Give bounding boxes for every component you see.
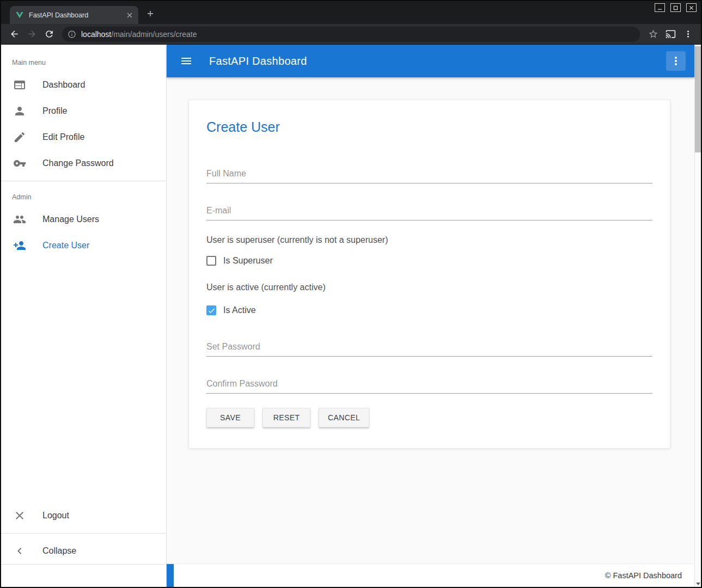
appbar-menu-button[interactable] <box>666 51 686 71</box>
tab-close-icon[interactable] <box>125 11 134 20</box>
page-viewport: Main menu Dashboard Profile Edit Profile <box>1 45 701 587</box>
sidebar-item-change-password[interactable]: Change Password <box>1 150 166 176</box>
vue-favicon-icon <box>15 11 24 20</box>
person-icon <box>13 105 26 118</box>
main-area: FastAPI Dashboard Create User User is su… <box>167 45 694 587</box>
sidebar-item-collapse[interactable]: Collapse <box>1 538 166 564</box>
sidebar-item-label: Collapse <box>42 546 76 556</box>
scrollbar-thumb[interactable] <box>695 46 701 152</box>
url-text: localhost/main/admin/users/create <box>81 30 197 39</box>
sidebar-spacer <box>1 259 166 503</box>
app-bar: FastAPI Dashboard <box>167 45 694 77</box>
browser-window: FastAPI Dashboard <box>0 0 702 588</box>
superuser-hint: User is superuser (currently is not a su… <box>206 235 652 245</box>
full-name-input[interactable] <box>206 164 652 183</box>
cast-icon[interactable] <box>662 26 679 43</box>
sidebar-item-label: Manage Users <box>42 215 99 224</box>
sidebar-item-manage-users[interactable]: Manage Users <box>1 206 166 232</box>
hamburger-menu-button[interactable] <box>175 50 197 72</box>
key-icon <box>13 157 26 170</box>
close-icon <box>13 509 26 522</box>
is-active-checkbox[interactable] <box>206 305 216 315</box>
is-superuser-label: Is Superuser <box>223 256 273 266</box>
save-button[interactable]: SAVE <box>206 408 254 427</box>
tab-title: FastAPI Dashboard <box>29 11 125 19</box>
sidebar-bottom-strip <box>1 564 166 587</box>
sidebar-section-main-menu: Main menu <box>1 45 166 72</box>
sidebar-item-dashboard[interactable]: Dashboard <box>1 72 166 98</box>
person-add-icon <box>13 239 26 252</box>
set-password-input[interactable] <box>206 338 652 357</box>
sidebar-item-label: Logout <box>42 511 69 520</box>
is-active-label: Is Active <box>223 305 256 315</box>
sidebar-item-label: Profile <box>42 106 67 116</box>
scrollbar-arrow-icon[interactable] <box>696 583 700 585</box>
window-close-button[interactable] <box>686 3 697 12</box>
more-vert-icon <box>669 54 682 68</box>
url-host: localhost <box>81 30 111 39</box>
chevron-left-icon <box>13 544 26 558</box>
reload-icon[interactable] <box>40 26 58 43</box>
browser-tab[interactable]: FastAPI Dashboard <box>10 6 138 24</box>
sidebar: Main menu Dashboard Profile Edit Profile <box>1 45 167 587</box>
new-tab-button[interactable] <box>144 7 157 20</box>
site-info-icon[interactable] <box>68 30 76 39</box>
sidebar-item-profile[interactable]: Profile <box>1 98 166 124</box>
appbar-title: FastAPI Dashboard <box>209 55 307 68</box>
back-icon[interactable] <box>5 26 23 43</box>
is-active-row: Is Active <box>206 305 652 315</box>
form-actions: SAVE RESET CANCEL <box>206 408 652 427</box>
address-bar[interactable]: localhost/main/admin/users/create <box>62 27 640 42</box>
window-maximize-button[interactable] <box>670 3 681 12</box>
sidebar-divider <box>1 533 166 534</box>
checkmark-icon <box>207 307 216 315</box>
forward-icon[interactable] <box>23 26 40 43</box>
browser-menu-icon[interactable] <box>679 26 697 43</box>
bookmark-star-icon[interactable] <box>644 26 662 43</box>
people-icon <box>13 213 26 226</box>
sidebar-item-edit-profile[interactable]: Edit Profile <box>1 124 166 150</box>
dashboard-icon <box>13 78 26 91</box>
cancel-button[interactable]: CANCEL <box>319 408 369 427</box>
content-area: Create User User is superuser (currently… <box>167 77 694 564</box>
browser-tab-strip: FastAPI Dashboard <box>1 1 701 24</box>
page-footer: © FastAPI Dashboard <box>167 564 694 587</box>
is-superuser-checkbox[interactable] <box>206 256 216 266</box>
active-hint: User is active (currently active) <box>206 282 652 292</box>
sidebar-item-label: Dashboard <box>42 80 85 90</box>
sidebar-section-admin: Admin <box>1 186 166 206</box>
reset-button[interactable]: RESET <box>263 408 310 427</box>
hamburger-icon <box>180 54 193 68</box>
is-superuser-row: Is Superuser <box>206 256 652 266</box>
sidebar-item-label: Change Password <box>42 158 114 168</box>
page-scrollbar[interactable] <box>694 45 701 587</box>
sidebar-item-label: Create User <box>42 241 89 250</box>
window-controls <box>655 3 697 12</box>
browser-toolbar: localhost/main/admin/users/create <box>1 24 701 45</box>
pencil-icon <box>13 131 26 144</box>
sidebar-item-label: Edit Profile <box>42 132 84 142</box>
footer-copyright: © FastAPI Dashboard <box>605 571 682 580</box>
window-minimize-button[interactable] <box>655 3 665 12</box>
page-title: Create User <box>206 119 652 135</box>
confirm-password-input[interactable] <box>206 375 652 394</box>
sidebar-item-create-user[interactable]: Create User <box>1 232 166 259</box>
email-input[interactable] <box>206 201 652 220</box>
create-user-card: Create User User is superuser (currently… <box>188 100 670 449</box>
sidebar-item-logout[interactable]: Logout <box>1 503 166 529</box>
sidebar-divider <box>1 181 166 181</box>
footer-accent-bar <box>167 564 174 587</box>
url-path: /main/admin/users/create <box>111 30 197 39</box>
